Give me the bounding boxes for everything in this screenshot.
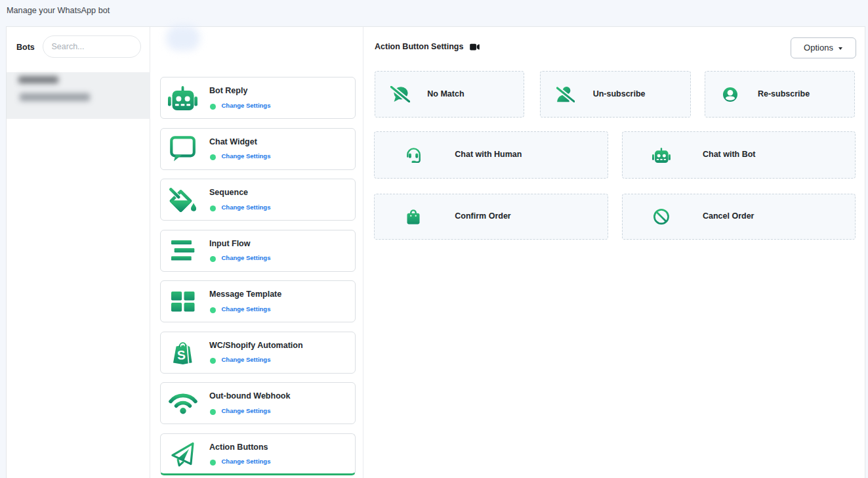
svg-text:S: S [176,347,186,362]
